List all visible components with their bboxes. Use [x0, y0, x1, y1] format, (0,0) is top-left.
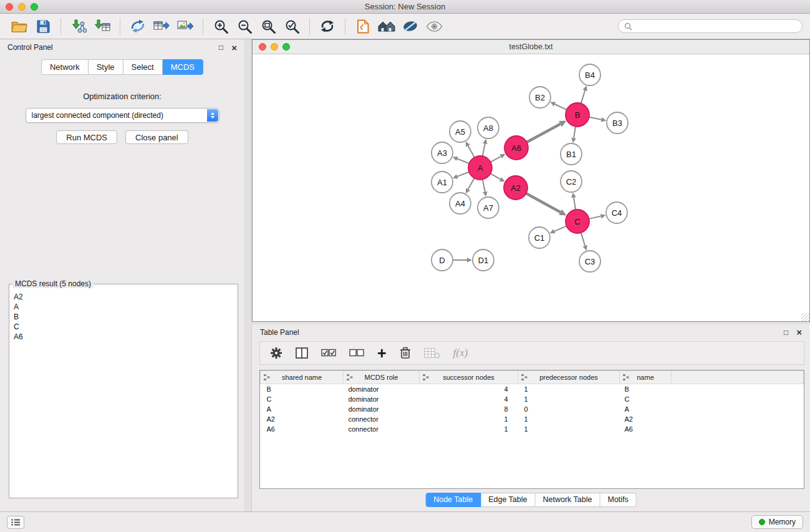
tab-edge-table[interactable]: Edge Table — [481, 493, 535, 507]
zoom-network-window-button[interactable] — [282, 43, 290, 51]
window-title: Session: New Session — [0, 2, 810, 11]
graph-node-A8[interactable]: A8 — [478, 117, 499, 138]
graphics-details-button[interactable] — [422, 16, 446, 37]
mcds-result-item[interactable]: B — [14, 312, 233, 322]
table-row[interactable]: Cdominator41C — [261, 394, 804, 404]
minimize-network-window-button[interactable] — [271, 43, 278, 51]
mcds-result-item[interactable]: A6 — [14, 332, 233, 342]
tab-mcds[interactable]: MCDS — [163, 59, 203, 75]
create-column-button[interactable]: + — [377, 346, 387, 361]
unselect-all-columns-button[interactable] — [349, 349, 364, 357]
table-row[interactable]: Bdominator41B — [261, 384, 804, 394]
node-table-container[interactable]: shared nameMCDS rolesuccessor nodesprede… — [259, 370, 804, 489]
mcds-result-item[interactable]: A2 — [14, 292, 233, 302]
mcds-result-item[interactable]: A — [14, 302, 233, 312]
attribute-type-icon — [264, 374, 270, 380]
fullscreen-window-button[interactable] — [31, 3, 38, 11]
close-table-panel-icon[interactable]: × — [796, 327, 802, 337]
control-panel-header: Control Panel □ × — [0, 39, 244, 56]
tab-select[interactable]: Select — [123, 59, 163, 75]
svg-text:A1: A1 — [437, 178, 447, 187]
save-session-button[interactable] — [31, 16, 55, 37]
network-window-titlebar[interactable]: testGlobe.txt — [253, 40, 809, 54]
graph-node-B[interactable]: B — [566, 103, 589, 127]
graph-edge — [491, 157, 501, 162]
refresh-layout-button[interactable] — [316, 16, 339, 37]
mcds-result-item[interactable]: C — [14, 322, 233, 332]
graph-node-A5[interactable]: A5 — [450, 121, 471, 142]
float-panel-icon[interactable]: □ — [219, 43, 223, 52]
close-network-window-button[interactable] — [259, 43, 266, 51]
graph-node-A1[interactable]: A1 — [432, 172, 453, 193]
graph-node-A6[interactable]: A6 — [504, 136, 528, 160]
graph-node-C3[interactable]: C3 — [579, 251, 600, 272]
close-window-button[interactable] — [6, 3, 13, 11]
tab-style[interactable]: Style — [89, 59, 123, 75]
graph-node-A7[interactable]: A7 — [478, 197, 499, 218]
tab-network[interactable]: Network — [41, 59, 89, 75]
task-history-button[interactable] — [7, 516, 24, 529]
graph-node-C1[interactable]: C1 — [529, 227, 550, 248]
graph-node-B4[interactable]: B4 — [579, 64, 600, 85]
column-header-name[interactable]: name — [620, 371, 672, 384]
memory-button[interactable]: Memory — [751, 515, 803, 529]
graph-node-C[interactable]: C — [566, 210, 589, 233]
tab-node-table[interactable]: Node Table — [425, 493, 481, 507]
tab-motifs[interactable]: Motifs — [600, 493, 636, 507]
graph-node-C4[interactable]: C4 — [606, 202, 627, 223]
table-row[interactable]: A2connector11A2 — [261, 414, 804, 424]
graph-node-A2[interactable]: A2 — [504, 176, 528, 200]
graph-node-A[interactable]: A — [468, 156, 492, 180]
network-canvas[interactable]: B4B2BB3A5A8A6A3B1AA1C2A2A4A7C4CC1C3DD1 — [253, 54, 809, 321]
delete-column-button[interactable] — [400, 347, 411, 359]
graph-node-D[interactable]: D — [432, 249, 453, 271]
graph-node-C2[interactable]: C2 — [561, 171, 582, 192]
show-columns-button[interactable] — [296, 347, 308, 359]
open-file-button[interactable] — [7, 16, 31, 37]
graph-node-B1[interactable]: B1 — [561, 143, 582, 165]
import-network-button[interactable] — [67, 16, 90, 37]
graph-node-A4[interactable]: A4 — [450, 193, 471, 214]
toolbar-separator — [309, 18, 310, 35]
style-toggle-button[interactable] — [398, 16, 422, 37]
search-box[interactable] — [618, 19, 803, 33]
search-input[interactable] — [635, 22, 796, 31]
table-row[interactable]: Adominator80A — [261, 404, 804, 414]
minimize-window-button[interactable] — [18, 3, 26, 11]
network-from-selection-button[interactable] — [126, 16, 150, 37]
graph-node-B2[interactable]: B2 — [529, 87, 551, 108]
svg-text:C4: C4 — [612, 208, 622, 218]
function-builder-button[interactable]: f(x) — [453, 347, 468, 359]
graph-node-A3[interactable]: A3 — [432, 142, 453, 163]
criterion-dropdown[interactable]: largest connected component (directed) — [26, 108, 219, 123]
table-settings-button[interactable] — [270, 347, 282, 359]
home-button[interactable] — [375, 16, 398, 37]
column-header-predecessor-nodes[interactable]: predecessor nodes — [518, 371, 620, 384]
graph-node-D1[interactable]: D1 — [473, 249, 494, 271]
export-image-button[interactable] — [173, 16, 197, 37]
close-panel-button[interactable]: Close panel — [125, 130, 188, 144]
column-header-MCDS-role[interactable]: MCDS role — [344, 371, 420, 384]
export-table-button[interactable] — [150, 16, 173, 37]
zoom-in-button[interactable] — [209, 16, 233, 37]
float-table-panel-icon[interactable]: □ — [784, 328, 788, 337]
graph-node-B3[interactable]: B3 — [607, 112, 628, 133]
zoom-fit-button[interactable] — [256, 16, 280, 37]
close-panel-icon[interactable]: × — [231, 43, 237, 52]
curation-document-button[interactable] — [351, 16, 375, 37]
mcds-result-list: A2ABCA6 — [11, 291, 236, 496]
tab-network-table[interactable]: Network Table — [536, 493, 600, 507]
delete-table-button[interactable] — [424, 347, 440, 359]
column-header-successor-nodes[interactable]: successor nodes — [420, 371, 518, 384]
mcds-result-title: MCDS result (5 nodes) — [12, 279, 94, 288]
import-table-button[interactable] — [90, 16, 114, 37]
resize-grip[interactable] — [801, 313, 809, 321]
panel-splitter[interactable] — [244, 39, 252, 511]
zoom-out-button[interactable] — [233, 16, 256, 37]
run-mcds-button[interactable]: Run MCDS — [56, 130, 117, 144]
select-all-columns-button[interactable] — [321, 349, 336, 357]
table-row[interactable]: A6connector11A6 — [261, 424, 804, 434]
zoom-selected-button[interactable] — [280, 16, 304, 37]
zoom-out-icon — [238, 19, 252, 34]
column-header-shared-name[interactable]: shared name — [261, 371, 344, 384]
